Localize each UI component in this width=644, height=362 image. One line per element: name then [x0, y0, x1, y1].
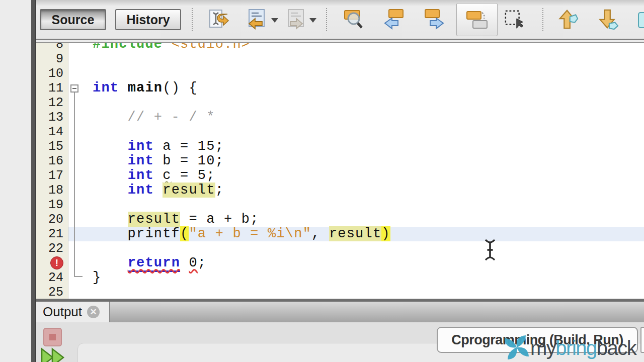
fold-margin [68, 256, 83, 270]
code-token: ; [198, 255, 206, 270]
code-text[interactable] [83, 198, 644, 212]
fold-collapse-toggle[interactable] [70, 84, 78, 93]
code-token: c [163, 168, 171, 183]
code-token: ) [381, 226, 390, 241]
fold-margin [68, 285, 83, 299]
fold-margin [68, 227, 83, 241]
text-cursor-pointer [480, 237, 500, 262]
code-token [119, 80, 127, 96]
forward-button[interactable] [285, 6, 307, 32]
code-token: int [128, 153, 154, 168]
code-line: 12 [36, 96, 644, 110]
jump-last-edit-button[interactable] [208, 6, 230, 32]
previous-occurrence-button[interactable] [383, 6, 405, 32]
code-line: 19 [36, 198, 644, 212]
code-text[interactable]: #include <stdio.h> [83, 42, 644, 52]
code-text[interactable]: } [83, 270, 644, 285]
code-text[interactable]: int main() { [83, 81, 644, 96]
stop-build-button[interactable] [43, 328, 62, 346]
code-token: int [128, 139, 154, 154]
tab-output[interactable]: Output ✕ [36, 302, 110, 322]
close-output-icon[interactable]: ✕ [87, 306, 100, 318]
code-token: = 5; [172, 168, 215, 183]
code-token [93, 139, 128, 154]
line-number[interactable]: 22 [36, 241, 68, 256]
code-text[interactable] [83, 66, 644, 81]
code-line: 24} [36, 270, 644, 285]
code-line: 10 [36, 66, 644, 81]
last-edit-icon [208, 8, 229, 30]
code-token: } [93, 270, 101, 285]
back-dropdown-caret[interactable] [271, 18, 278, 23]
window-left-border [31, 0, 36, 362]
code-text[interactable]: printf("a + b = %i\n", result) [83, 227, 644, 241]
line-number[interactable]: 24 [36, 270, 68, 285]
code-text[interactable]: result = a + b; [83, 212, 644, 227]
line-number[interactable]: 13 [36, 110, 68, 125]
code-token: int [93, 80, 119, 96]
code-text[interactable]: int c = 5; [83, 168, 644, 183]
code-token [154, 168, 163, 183]
code-text[interactable] [83, 96, 644, 110]
toolbar-separator [326, 8, 327, 31]
code-text[interactable]: return 0; [83, 256, 644, 270]
error-gutter-cell[interactable]: ! [36, 256, 68, 270]
line-number[interactable]: 12 [36, 96, 68, 110]
clipped-toolbar-icon[interactable] [638, 12, 644, 28]
line-number[interactable]: 14 [36, 125, 68, 139]
code-token: main [128, 80, 163, 96]
find-selection-button[interactable] [343, 6, 365, 32]
fold-margin [68, 270, 83, 285]
next-occurrence-button[interactable] [423, 6, 445, 32]
code-text[interactable] [83, 241, 644, 256]
rerun-icon [42, 349, 53, 362]
code-text[interactable]: int result; [83, 183, 644, 198]
brand-watermark: mybringback [503, 333, 644, 361]
brand-watermark-text: mybringback [530, 335, 636, 361]
line-number[interactable]: 15 [36, 139, 68, 154]
code-text[interactable] [83, 52, 644, 66]
line-number[interactable]: 18 [36, 183, 68, 198]
code-text[interactable] [83, 285, 644, 299]
toggle-highlight-button[interactable] [456, 3, 498, 36]
line-number[interactable]: 11 [36, 81, 68, 96]
code-editor[interactable]: 8#include <stdio.h>91011int main() {1213… [36, 42, 644, 299]
source-view-button[interactable]: Source [40, 9, 106, 30]
line-number[interactable]: 10 [36, 66, 68, 81]
line-number[interactable]: 8 [36, 42, 68, 52]
line-number[interactable]: 21 [36, 227, 68, 241]
code-text[interactable]: int b = 10; [83, 154, 644, 168]
line-number[interactable]: 20 [36, 212, 68, 227]
code-line: 18 int result; [36, 183, 644, 198]
code-text[interactable] [83, 125, 644, 139]
watermark-back: back [597, 337, 636, 359]
rerun-button[interactable] [40, 347, 66, 362]
watermark-bring: bring [555, 337, 596, 359]
code-token: a = 15; [154, 139, 224, 154]
code-line: 9 [36, 52, 644, 66]
move-down-button[interactable] [597, 6, 619, 32]
code-token: "a + b = %i\n" [189, 226, 311, 241]
line-number[interactable]: 17 [36, 168, 68, 183]
back-button[interactable] [245, 6, 267, 32]
fold-margin [68, 125, 83, 139]
code-token: result [329, 226, 381, 241]
move-up-button[interactable] [556, 6, 579, 32]
code-text[interactable]: int a = 15; [83, 139, 644, 154]
watermark-my: my [530, 337, 555, 359]
fold-margin [68, 212, 83, 227]
history-view-button[interactable]: History [115, 9, 181, 30]
code-token [93, 168, 128, 183]
code-text[interactable]: // + - / * [83, 110, 644, 125]
forward-icon [285, 8, 306, 31]
line-number[interactable]: 9 [36, 52, 68, 66]
line-number[interactable]: 19 [36, 198, 68, 212]
fold-margin [68, 96, 83, 110]
code-line: 13 // + - / * [36, 110, 644, 125]
code-token [93, 212, 128, 227]
line-number[interactable]: 16 [36, 154, 68, 168]
forward-dropdown-caret[interactable] [309, 18, 316, 23]
rectangular-selection-button[interactable] [504, 6, 526, 32]
back-icon [245, 8, 266, 31]
line-number[interactable]: 25 [36, 285, 68, 299]
